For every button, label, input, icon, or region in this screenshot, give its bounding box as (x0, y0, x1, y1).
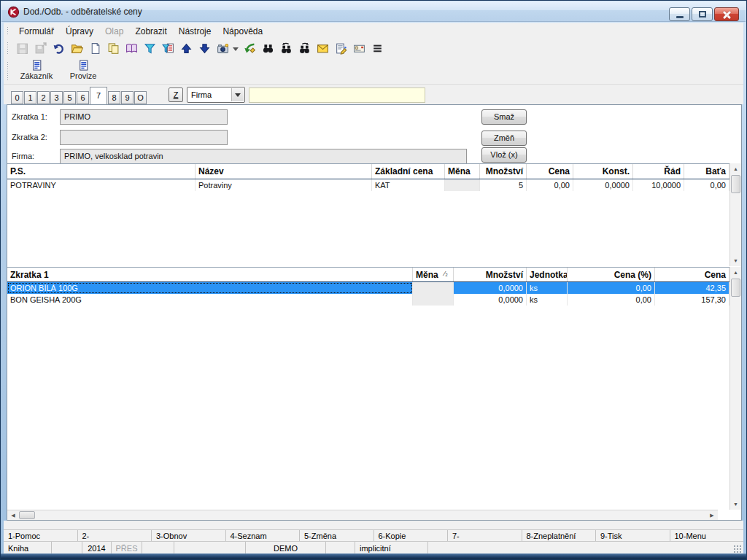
zmen-button[interactable]: Změň (481, 131, 527, 146)
zkratka1-field[interactable]: PRIMO (60, 109, 228, 125)
status-area: 1-Pomoc 2- 3-Obnov 4-Seznam 5-Změna 6-Ko… (4, 521, 743, 555)
tab-1[interactable]: 1 (24, 91, 36, 104)
tab-7-active[interactable]: 7 (90, 87, 107, 104)
toolbar-gripper[interactable] (7, 42, 9, 55)
fkey-6[interactable]: 6-Kopie (374, 530, 449, 541)
toolbar-gripper[interactable] (7, 61, 9, 81)
scroll-down-icon[interactable]: ▼ (730, 499, 741, 510)
column-header[interactable]: Cena (%) (568, 268, 655, 281)
copy-icon[interactable] (105, 40, 122, 57)
tab-8[interactable]: 8 (108, 91, 120, 104)
cell-rad: 10,0000 (633, 179, 684, 191)
column-header[interactable]: Cena (527, 164, 573, 179)
fkey-1[interactable]: 1-Pomoc (4, 530, 78, 541)
column-header[interactable]: Zkratka 1 (7, 268, 413, 281)
move-down-icon[interactable] (196, 40, 213, 57)
scrollbar-thumb[interactable] (19, 511, 35, 519)
find-previous-icon[interactable] (278, 40, 295, 57)
tab-2[interactable]: 2 (37, 91, 50, 104)
price-groups-scrollbar[interactable]: ▲ ▼ (729, 163, 741, 266)
resize-grip[interactable] (733, 545, 742, 553)
cell-cena: 157,30 (655, 294, 729, 306)
fkey-2[interactable]: 2- (78, 530, 152, 541)
snapshot-icon[interactable] (214, 40, 231, 57)
open-icon[interactable] (69, 40, 85, 57)
search-input[interactable] (249, 88, 425, 103)
tab-3[interactable]: 3 (50, 91, 63, 104)
menu-upravy[interactable]: Úpravy (60, 24, 99, 39)
find-icon[interactable] (260, 40, 276, 57)
zkratka1-label: Zkratka 1: (12, 112, 47, 121)
table-row[interactable]: POTRAVINY Potraviny KAT 5 0,00 0,0000 10… (7, 179, 729, 191)
z-button[interactable]: Z (169, 88, 183, 102)
cell-bata: 0,00 (684, 179, 729, 191)
find-next-icon[interactable] (296, 40, 313, 57)
column-header[interactable]: Měna (445, 164, 480, 179)
scroll-left-icon[interactable]: ◀ (7, 510, 19, 520)
mail-message-icon[interactable] (351, 40, 368, 57)
restore-button[interactable] (692, 7, 713, 21)
move-up-icon[interactable] (178, 40, 195, 57)
cell-mnozstvi: 0,0000 (454, 282, 527, 294)
menu-nastroje[interactable]: Nástroje (173, 24, 217, 39)
book-icon[interactable] (123, 40, 140, 57)
minimize-button[interactable] (669, 7, 690, 21)
lookup-selector[interactable]: Firma (187, 87, 245, 103)
scroll-right-icon[interactable]: ▶ (706, 510, 718, 520)
fkey-5[interactable]: 5-Změna (300, 530, 374, 541)
column-header[interactable]: Cena (655, 268, 729, 281)
close-button[interactable] (714, 7, 739, 21)
fkey-9[interactable]: 9-Tisk (596, 530, 670, 541)
zkratka2-field[interactable] (60, 130, 228, 145)
filter-icon[interactable] (142, 40, 158, 57)
column-header[interactable]: Název (196, 164, 372, 179)
table-row-selected[interactable]: ORION BÍLÁ 100G 0,0000 ks 0,00 42,35 (7, 282, 729, 294)
column-header[interactable]: Měna⁄₂ (413, 268, 454, 281)
column-header[interactable]: Řád (633, 164, 684, 179)
snapshot-dropdown-icon[interactable] (233, 47, 239, 54)
scroll-down-icon[interactable]: ▼ (730, 255, 741, 266)
fkey-4[interactable]: 4-Seznam (226, 530, 301, 541)
scroll-up-icon[interactable]: ▲ (730, 163, 741, 174)
column-header[interactable]: P.S. (7, 164, 196, 179)
undo-icon[interactable] (50, 40, 67, 57)
menu-formular[interactable]: Formulář (13, 24, 60, 39)
scrollbar-thumb[interactable] (731, 279, 740, 297)
fkey-3[interactable]: 3-Obnov (152, 530, 226, 541)
column-header[interactable]: Základní cena (372, 164, 445, 179)
vloz-button[interactable]: Vlož (x) (481, 147, 527, 163)
column-header[interactable]: Baťa (684, 164, 729, 179)
fkey-8[interactable]: 8-Zneplatnění (522, 530, 597, 541)
filter-report-icon[interactable] (160, 40, 177, 57)
column-header[interactable]: Množství (480, 164, 527, 179)
scroll-up-icon[interactable]: ▲ (730, 267, 741, 278)
tab-0[interactable]: 0 (11, 91, 23, 104)
list-menu-icon[interactable] (369, 40, 386, 57)
firma-field[interactable]: PRIMO, velkosklad potravin (60, 149, 467, 164)
zakaznik-button[interactable]: Zákazník (15, 58, 58, 80)
tab-5[interactable]: 5 (63, 91, 76, 104)
smaz-button[interactable]: Smaž (481, 109, 527, 125)
tab-6[interactable]: 6 (77, 91, 89, 104)
menu-napoveda[interactable]: Nápověda (217, 24, 268, 39)
fkey-10[interactable]: 10-Menu (670, 530, 744, 541)
column-header[interactable]: Množství (454, 268, 527, 281)
export-edit-icon[interactable] (241, 40, 258, 57)
tab-9[interactable]: 9 (121, 91, 133, 104)
toolbar-gripper[interactable] (7, 26, 9, 36)
send-mail-icon[interactable] (314, 40, 331, 57)
chevron-down-icon[interactable] (231, 88, 244, 101)
menu-zobrazit[interactable]: Zobrazit (129, 24, 172, 39)
fkey-7[interactable]: 7- (448, 530, 522, 541)
column-header[interactable]: Konst. (573, 164, 633, 179)
items-scrollbar[interactable]: ▲ ▼ (729, 267, 741, 510)
table-row[interactable]: BON GEISHA 200G 0,0000 ks 0,00 157,30 (7, 294, 729, 306)
new-document-icon[interactable] (87, 40, 104, 57)
edit-document-icon[interactable] (333, 40, 349, 57)
column-header[interactable]: Jednotka (527, 268, 568, 281)
tab-O[interactable]: O (134, 91, 147, 104)
scrollbar-thumb[interactable] (731, 175, 740, 193)
minimize-icon (676, 16, 684, 18)
provize-button[interactable]: Provize (62, 58, 104, 80)
horizontal-scrollbar[interactable]: ◀ ▶ (7, 510, 718, 520)
